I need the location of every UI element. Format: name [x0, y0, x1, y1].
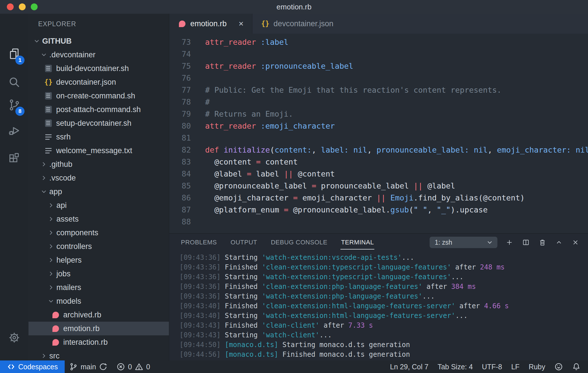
- source-control-view-button[interactable]: 8: [0, 92, 28, 117]
- close-tab-icon[interactable]: ×: [239, 19, 244, 28]
- run-debug-view-button[interactable]: [0, 118, 28, 143]
- tree-folder-app[interactable]: app: [28, 185, 169, 198]
- explorer-view-button[interactable]: 1: [0, 41, 28, 66]
- shell-file-icon: [44, 105, 53, 114]
- settings-button[interactable]: [0, 325, 28, 350]
- tree-file-welcome_message.txt[interactable]: welcome_message.txt: [28, 144, 169, 157]
- panel-tab-debug-console[interactable]: DEBUG CONSOLE: [270, 235, 328, 250]
- tree-folder-.vscode[interactable]: .vscode: [28, 171, 169, 185]
- warnings-count: 0: [146, 363, 150, 371]
- explorer-badge: 1: [15, 56, 24, 65]
- chevron-right-icon: [40, 352, 48, 360]
- code-line-85: 85 @pronounceable_label = pronounceable_…: [169, 181, 588, 193]
- terminal-line: [09:43:40] Starting 'watch-extension:htm…: [179, 312, 588, 321]
- chevron-right-icon: [47, 215, 55, 223]
- tree-file-on-create-command.sh[interactable]: on-create-command.sh: [28, 89, 169, 103]
- panel-tab-problems[interactable]: PROBLEMS: [180, 235, 217, 250]
- split-terminal-button[interactable]: [520, 236, 532, 249]
- language-mode-indicator[interactable]: Ruby: [524, 360, 550, 373]
- line-number: 84: [169, 169, 191, 181]
- line-number: 87: [169, 205, 191, 217]
- extensions-view-button[interactable]: [0, 146, 28, 171]
- tree-file-emotion.rb[interactable]: emotion.rb: [28, 322, 169, 335]
- terminal-line: [09:43:36] Starting 'watch-extension:vsc…: [179, 254, 588, 263]
- chevron-right-icon: [47, 269, 55, 278]
- encoding-indicator[interactable]: UTF-8: [477, 360, 507, 373]
- code-line-82: 82def initialize(content:, label: nil, p…: [169, 145, 588, 157]
- tree-file-post-attach-command.sh[interactable]: post-attach-command.sh: [28, 103, 169, 116]
- code-line-79: 79# Returns an Emoji.: [169, 110, 588, 121]
- panel-tab-output[interactable]: OUTPUT: [230, 235, 258, 250]
- tree-folder-models[interactable]: models: [28, 294, 169, 308]
- tree-item-label: GITHUB: [42, 37, 72, 46]
- code-line-76: 76: [169, 74, 588, 86]
- errors-count: 0: [128, 363, 132, 371]
- panel-tabs: PROBLEMS OUTPUT DEBUG CONSOLE TERMINAL: [180, 235, 430, 250]
- shell-file-icon: [44, 92, 53, 100]
- tab-emotion-rb[interactable]: emotion.rb ×: [169, 14, 252, 34]
- panel-tab-terminal[interactable]: TERMINAL: [340, 235, 374, 250]
- chevron-down-icon: [486, 239, 493, 246]
- kill-terminal-button[interactable]: [536, 236, 549, 249]
- tree-file-setup-devcontainer.sh[interactable]: setup-devcontainer.sh: [28, 116, 169, 130]
- tree-file-ssrh[interactable]: ssrh: [28, 130, 169, 144]
- explorer-header: EXPLORER: [28, 14, 169, 34]
- terminal-line: [09:43:43] Finished 'clean-client' after…: [179, 321, 588, 331]
- tree-folder-assets[interactable]: assets: [28, 212, 169, 226]
- new-terminal-button[interactable]: [503, 236, 516, 249]
- statusbar: Codespaces main 0 0 Ln 29, Col 7 Tab Siz…: [0, 360, 588, 373]
- code-editor[interactable]: 73attr_reader :label7475attr_reader :pro…: [169, 34, 588, 233]
- feedback-button[interactable]: [550, 360, 567, 373]
- close-panel-button[interactable]: [569, 236, 582, 249]
- tree-folder-.devcontainer[interactable]: .devcontainer: [28, 48, 169, 62]
- bottom-panel: PROBLEMS OUTPUT DEBUG CONSOLE TERMINAL 1…: [169, 233, 588, 360]
- code-line-83: 83 @content = content: [169, 157, 588, 169]
- tree-folder-src[interactable]: src: [28, 349, 169, 360]
- code-lines: 73attr_reader :label7475attr_reader :pro…: [169, 38, 588, 229]
- line-content: @platform_enum = @pronounceable_label.gs…: [205, 205, 488, 217]
- warnings-icon: [135, 362, 143, 371]
- tree-folder-jobs[interactable]: jobs: [28, 267, 169, 281]
- terminal-shell-selector[interactable]: 1: zsh: [430, 237, 497, 248]
- tree-file-build-devcontainer.sh[interactable]: build-devcontainer.sh: [28, 62, 169, 75]
- cursor-position-indicator[interactable]: Ln 29, Col 7: [385, 360, 433, 373]
- line-number: 77: [169, 86, 191, 98]
- chevron-right-icon: [40, 174, 48, 182]
- maximize-panel-button[interactable]: [553, 236, 565, 249]
- tree-item-label: models: [56, 297, 81, 306]
- tree-folder-controllers[interactable]: controllers: [28, 240, 169, 253]
- tree-folder-helpers[interactable]: helpers: [28, 253, 169, 267]
- line-number: 80: [169, 121, 191, 133]
- line-number: 81: [169, 133, 191, 145]
- eol-indicator[interactable]: LF: [507, 360, 524, 373]
- indentation-indicator[interactable]: Tab Size: 4: [433, 360, 477, 373]
- tree-item-label: assets: [56, 215, 79, 224]
- code-line-88: 88: [169, 217, 588, 229]
- branch-icon: [69, 362, 78, 371]
- code-line-78: 78#: [169, 98, 588, 110]
- codespaces-indicator[interactable]: Codespaces: [0, 360, 65, 373]
- tree-file-devcontainer.json[interactable]: {}devcontainer.json: [28, 75, 169, 89]
- tree-item-label: ssrh: [56, 133, 71, 141]
- problems-indicator[interactable]: 0 0: [112, 360, 155, 373]
- line-content: # Public: Get the Emoji that this reacti…: [205, 86, 501, 98]
- tree-folder-GITHUB[interactable]: GITHUB: [28, 34, 169, 48]
- search-view-button[interactable]: [0, 70, 28, 95]
- bell-icon: [572, 362, 581, 371]
- chevron-right-icon: [47, 228, 55, 237]
- list-file-icon: [44, 133, 53, 141]
- code-line-84: 84 @label = label || @content: [169, 169, 588, 181]
- terminal-line: [09:43:40] Finished 'clean-extension:htm…: [179, 302, 588, 312]
- notifications-button[interactable]: [567, 360, 585, 373]
- tree-folder-.github[interactable]: .github: [28, 157, 169, 171]
- tree-folder-mailers[interactable]: mailers: [28, 281, 169, 294]
- tree-file-archived.rb[interactable]: archived.rb: [28, 308, 169, 322]
- tab-devcontainer-json[interactable]: {} devcontainer.json: [252, 14, 342, 34]
- git-branch-indicator[interactable]: main: [65, 360, 112, 373]
- errors-icon: [117, 362, 125, 371]
- terminal-output[interactable]: [09:43:36] Starting 'watch-extension:vsc…: [169, 251, 588, 360]
- tree-folder-components[interactable]: components: [28, 226, 169, 240]
- tree-file-interaction.rb[interactable]: interaction.rb: [28, 335, 169, 349]
- tree-folder-api[interactable]: api: [28, 198, 169, 212]
- tree-item-label: emotion.rb: [63, 324, 100, 333]
